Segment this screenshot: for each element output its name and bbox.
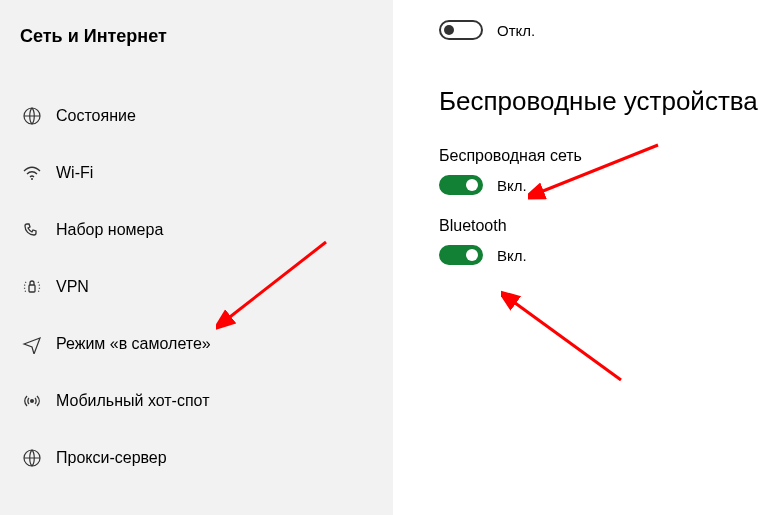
bluetooth-state-label: Вкл. (497, 247, 527, 264)
nav-list: Состояние Wi-Fi Набор номера (0, 67, 393, 486)
sidebar-item-airplane[interactable]: Режим «в самолете» (0, 315, 393, 372)
sidebar-item-status[interactable]: Состояние (0, 87, 393, 144)
svg-point-3 (30, 399, 34, 403)
bluetooth-label: Bluetooth (439, 217, 758, 235)
main-panel: Откл. Беспроводные устройства Беспроводн… (393, 0, 758, 515)
sidebar-item-hotspot[interactable]: Мобильный хот-спот (0, 372, 393, 429)
toggle-knob (444, 25, 454, 35)
sidebar-item-label: VPN (56, 278, 89, 296)
wifi-group: Беспроводная сеть Вкл. (439, 147, 758, 195)
hotspot-icon (20, 389, 44, 413)
svg-point-1 (31, 178, 33, 180)
sidebar-item-label: Wi-Fi (56, 164, 93, 182)
sidebar-item-label: Режим «в самолете» (56, 335, 211, 353)
sidebar-item-dialup[interactable]: Набор номера (0, 201, 393, 258)
svg-rect-2 (29, 285, 35, 292)
wifi-state-label: Вкл. (497, 177, 527, 194)
toggle-knob (466, 249, 478, 261)
sidebar-item-vpn[interactable]: VPN (0, 258, 393, 315)
globe-icon (20, 104, 44, 128)
sidebar-item-proxy[interactable]: Прокси-сервер (0, 429, 393, 486)
globe-icon (20, 446, 44, 470)
sidebar-item-label: Набор номера (56, 221, 163, 239)
svg-line-7 (511, 300, 621, 380)
bluetooth-toggle[interactable] (439, 245, 483, 265)
airplane-icon (20, 332, 44, 356)
section-title: Беспроводные устройства (439, 86, 758, 117)
airplane-mode-toggle[interactable] (439, 20, 483, 40)
wifi-toggle[interactable] (439, 175, 483, 195)
airplane-mode-state-label: Откл. (497, 22, 535, 39)
vpn-icon (20, 275, 44, 299)
sidebar-item-label: Состояние (56, 107, 136, 125)
wifi-icon (20, 161, 44, 185)
wifi-label: Беспроводная сеть (439, 147, 758, 165)
sidebar: Сеть и Интернет Состояние Wi-Fi (0, 0, 393, 515)
sidebar-item-label: Мобильный хот-спот (56, 392, 209, 410)
toggle-knob (466, 179, 478, 191)
bluetooth-group: Bluetooth Вкл. (439, 217, 758, 265)
sidebar-item-wifi[interactable]: Wi-Fi (0, 144, 393, 201)
sidebar-item-label: Прокси-сервер (56, 449, 167, 467)
airplane-mode-toggle-row: Откл. (439, 20, 758, 40)
sidebar-heading: Сеть и Интернет (0, 20, 393, 67)
annotation-arrow (501, 290, 631, 390)
phone-icon (20, 218, 44, 242)
